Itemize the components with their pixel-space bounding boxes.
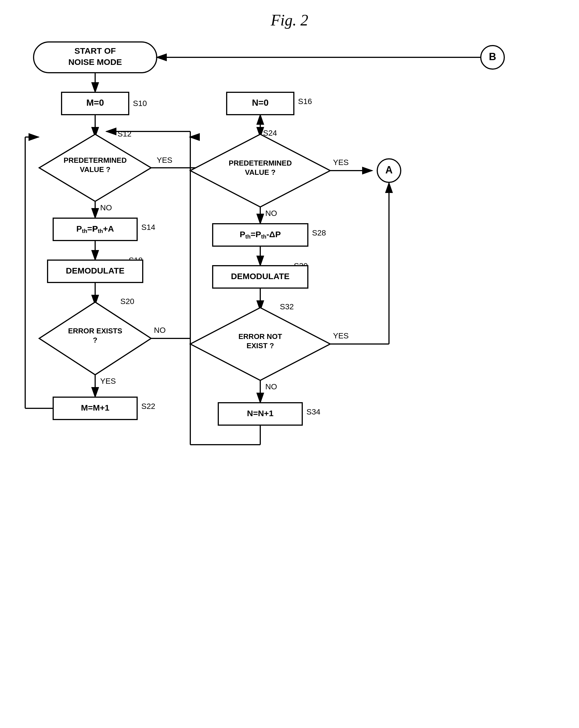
- svg-text:S22: S22: [141, 402, 155, 411]
- svg-text:N=N+1: N=N+1: [247, 409, 273, 418]
- svg-text:YES: YES: [333, 158, 349, 167]
- svg-text:VALUE ?: VALUE ?: [80, 165, 110, 174]
- svg-text:S24: S24: [263, 129, 277, 137]
- svg-text:S16: S16: [298, 97, 312, 106]
- svg-text:M=M+1: M=M+1: [81, 403, 109, 412]
- svg-text:S12: S12: [118, 129, 131, 138]
- svg-text:YES: YES: [100, 377, 116, 385]
- svg-text:?: ?: [93, 336, 97, 344]
- svg-text:PREDETERMINED: PREDETERMINED: [229, 159, 292, 167]
- svg-text:PREDETERMINED: PREDETERMINED: [64, 156, 126, 164]
- svg-text:S34: S34: [306, 408, 321, 416]
- svg-text:NO: NO: [265, 382, 277, 391]
- svg-text:VALUE ?: VALUE ?: [245, 168, 275, 177]
- svg-text:S14: S14: [141, 223, 155, 232]
- svg-text:DEMODULATE: DEMODULATE: [66, 266, 124, 275]
- svg-text:NO: NO: [265, 209, 277, 217]
- svg-text:NO: NO: [100, 203, 112, 212]
- svg-text:A: A: [385, 164, 393, 176]
- svg-text:S20: S20: [120, 297, 134, 306]
- svg-text:M=0: M=0: [86, 98, 104, 108]
- svg-text:YES: YES: [333, 332, 349, 340]
- svg-text:S32: S32: [280, 302, 294, 311]
- svg-text:ERROR EXISTS: ERROR EXISTS: [68, 327, 122, 335]
- page-title: Fig. 2: [0, 11, 579, 29]
- svg-text:NO: NO: [154, 326, 166, 335]
- svg-text:S28: S28: [312, 229, 326, 237]
- svg-text:S10: S10: [133, 99, 147, 108]
- svg-text:N=0: N=0: [252, 98, 269, 108]
- svg-text:ERROR NOT: ERROR NOT: [238, 332, 282, 341]
- svg-text:START OF: START OF: [74, 46, 116, 55]
- svg-text:NOISE MODE: NOISE MODE: [68, 57, 122, 67]
- svg-text:B: B: [489, 51, 496, 62]
- svg-text:DEMODULATE: DEMODULATE: [231, 271, 290, 281]
- svg-text:EXIST ?: EXIST ?: [247, 341, 274, 350]
